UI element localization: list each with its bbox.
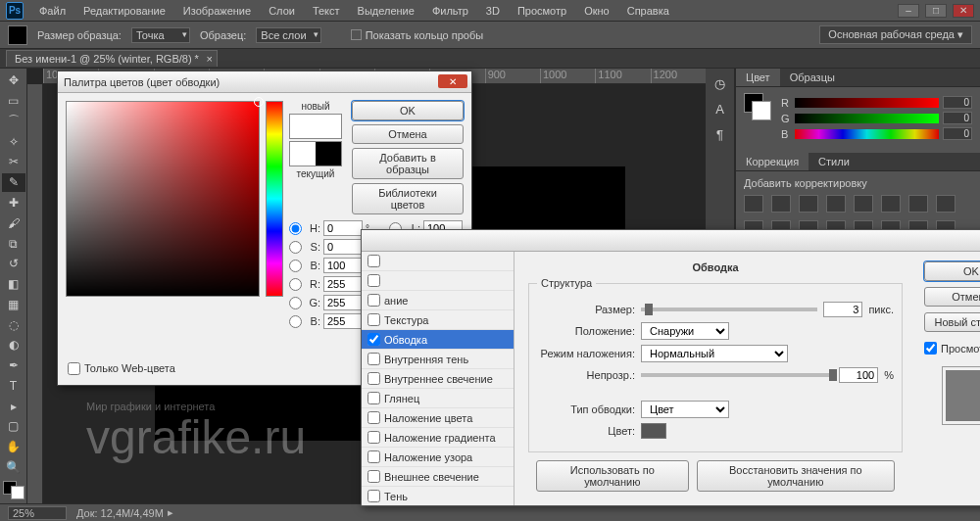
adjustments-tab[interactable]: Коррекция <box>736 153 808 170</box>
stroke-size-slider[interactable] <box>641 308 817 311</box>
effect-item-6[interactable]: Внутреннее свечение <box>362 369 514 389</box>
character-panel-icon[interactable]: A <box>710 100 730 118</box>
effect-item-5[interactable]: Внутренняя тень <box>362 350 514 369</box>
menu-text[interactable]: Текст <box>305 3 348 19</box>
cp-libraries-button[interactable]: Библиотеки цветов <box>352 183 464 214</box>
effect-checkbox-7[interactable] <box>368 392 380 404</box>
adj-exposure-icon[interactable] <box>826 195 846 213</box>
adj-hue-icon[interactable] <box>881 195 901 213</box>
stroke-type-select[interactable]: Цвет <box>641 401 729 418</box>
effect-item-10[interactable]: Наложение узора <box>362 448 514 467</box>
r-value[interactable] <box>943 96 972 109</box>
styles-tab[interactable]: Стили <box>808 153 859 170</box>
adj-brightness-icon[interactable] <box>744 195 763 213</box>
swatches-tab[interactable]: Образцы <box>780 69 845 86</box>
current-color-swatch[interactable] <box>289 141 342 166</box>
document-tab[interactable]: Без имени-1 @ 25% (winter, RGB/8) *× <box>6 50 218 67</box>
show-ring-checkbox[interactable] <box>351 29 362 40</box>
menu-filter[interactable]: Фильтр <box>424 3 476 19</box>
ls-ok-button[interactable]: OK <box>924 261 980 281</box>
stroke-position-select[interactable]: Снаружи <box>641 322 729 340</box>
menu-3d[interactable]: 3D <box>478 3 508 19</box>
effect-checkbox-3[interactable] <box>368 313 380 326</box>
adj-levels-icon[interactable] <box>771 195 791 213</box>
history-brush-tool[interactable]: ↺ <box>2 255 25 273</box>
brush-tool[interactable]: 🖌 <box>2 213 25 232</box>
cp-ok-button[interactable]: OK <box>352 101 464 120</box>
cp-bch-input[interactable] <box>323 258 363 273</box>
r-slider[interactable] <box>795 98 939 108</box>
effect-checkbox-1[interactable] <box>368 274 380 287</box>
cp-cancel-button[interactable]: Отмена <box>352 124 464 144</box>
effect-checkbox-2[interactable] <box>368 294 380 307</box>
cp-add-button[interactable]: Добавить в образцы <box>352 148 464 179</box>
tool-color-swatches[interactable] <box>3 481 24 499</box>
effect-checkbox-10[interactable] <box>368 450 380 463</box>
cp-g-input[interactable] <box>323 295 363 310</box>
menu-layers[interactable]: Слои <box>261 3 303 19</box>
effect-item-11[interactable]: Внешнее свечение <box>362 467 514 487</box>
move-tool[interactable]: ✥ <box>2 71 25 90</box>
adj-balance-icon[interactable] <box>908 195 928 213</box>
effect-item-7[interactable]: Глянец <box>362 389 514 408</box>
hand-tool[interactable]: ✋ <box>2 438 25 456</box>
adj-curves-icon[interactable] <box>799 195 818 213</box>
pen-tool[interactable]: ✒ <box>2 356 25 375</box>
effect-checkbox-5[interactable] <box>368 353 380 365</box>
sample-layers-select[interactable]: Все слои <box>256 27 320 43</box>
effect-checkbox-6[interactable] <box>368 372 380 385</box>
menu-window[interactable]: Окно <box>576 3 617 19</box>
color-picker-close-icon[interactable]: ✕ <box>438 74 467 88</box>
eyedropper-tool-icon[interactable] <box>8 25 27 45</box>
menu-help[interactable]: Справка <box>619 3 677 19</box>
crop-tool[interactable]: ✂ <box>2 153 25 171</box>
cp-s-radio[interactable] <box>289 241 302 254</box>
stroke-color-chip[interactable] <box>641 423 666 439</box>
effect-item-8[interactable]: Наложение цвета <box>362 408 514 428</box>
effect-checkbox-0[interactable] <box>368 255 380 267</box>
shape-tool[interactable]: ▢ <box>2 417 25 436</box>
effect-item-2[interactable]: ание <box>362 291 514 310</box>
effect-item-3[interactable]: Текстура <box>362 310 514 330</box>
gradient-tool[interactable]: ▦ <box>2 295 25 313</box>
stroke-opacity-input[interactable] <box>839 367 878 383</box>
dodge-tool[interactable]: ◐ <box>2 336 25 355</box>
effect-checkbox-4[interactable] <box>368 333 380 346</box>
hue-slider[interactable] <box>266 101 283 297</box>
menu-select[interactable]: Выделение <box>350 3 422 19</box>
window-minimize[interactable]: – <box>898 4 919 18</box>
cp-g-radio[interactable] <box>289 297 302 309</box>
cp-h-radio[interactable] <box>289 222 302 235</box>
effect-checkbox-12[interactable] <box>368 490 380 502</box>
window-close[interactable]: ✕ <box>953 4 974 18</box>
adj-bw-icon[interactable] <box>936 195 956 213</box>
healing-brush-tool[interactable]: ✚ <box>2 194 25 213</box>
ls-cancel-button[interactable]: Отмена <box>924 287 980 307</box>
zoom-tool[interactable]: 🔍 <box>2 458 25 477</box>
zoom-field[interactable]: 25% <box>8 506 67 520</box>
web-only-checkbox[interactable] <box>68 362 80 375</box>
adj-vibrance-icon[interactable] <box>854 195 873 213</box>
effect-checkbox-8[interactable] <box>368 411 380 424</box>
menu-edit[interactable]: Редактирование <box>75 3 173 19</box>
layer-style-titlebar[interactable]: ✕ <box>362 230 980 252</box>
menu-view[interactable]: Просмотр <box>510 3 574 19</box>
g-slider[interactable] <box>795 114 939 123</box>
blur-tool[interactable]: ◌ <box>2 315 25 334</box>
cp-r-radio[interactable] <box>289 278 302 291</box>
stroke-blend-select[interactable]: Нормальный <box>641 345 788 362</box>
g-value[interactable] <box>943 112 972 124</box>
effect-checkbox-9[interactable] <box>368 431 380 444</box>
reset-default-button[interactable]: Восстановить значения по умолчанию <box>697 460 895 492</box>
menu-image[interactable]: Изображение <box>175 3 259 19</box>
close-tab-icon[interactable]: × <box>206 53 212 65</box>
cp-bb-radio[interactable] <box>289 315 302 328</box>
cp-bch-radio[interactable] <box>289 260 302 272</box>
cp-h-input[interactable] <box>323 220 363 236</box>
effect-item-12[interactable]: Тень <box>362 487 514 505</box>
menu-file[interactable]: Файл <box>31 3 74 19</box>
wand-tool[interactable]: ✧ <box>2 132 25 151</box>
color-tab[interactable]: Цвет <box>736 69 780 86</box>
preview-checkbox[interactable] <box>924 342 937 355</box>
stroke-opacity-slider[interactable] <box>641 373 833 377</box>
